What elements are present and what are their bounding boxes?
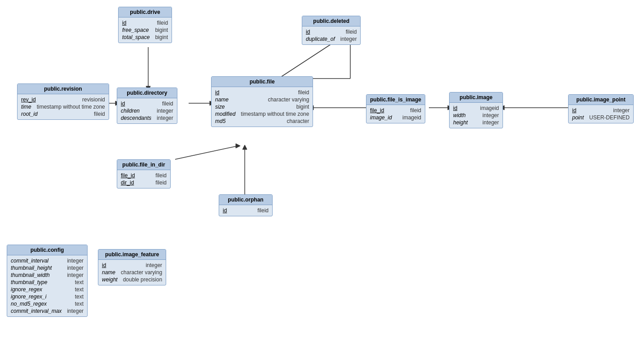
column-name: dir_id (121, 180, 134, 186)
table-body-public_image_feature: idintegernamecharacter varyingweightdoub… (98, 260, 166, 285)
column-type: fileid (162, 101, 173, 107)
column-name: rev_id (21, 96, 36, 103)
table-body-public_deleted: idfileidduplicate_ofinteger (302, 26, 360, 44)
table-row: childreninteger (121, 107, 173, 114)
column-type: character (287, 118, 309, 124)
column-name: name (215, 96, 229, 103)
connector-lines (0, 0, 644, 342)
column-name: size (215, 104, 225, 110)
table-row: thumbnail_widthinteger (11, 272, 84, 279)
table-row: descendantsinteger (121, 114, 173, 122)
table-row: image_idimageid (370, 114, 421, 121)
table-row: file_idfileid (121, 172, 167, 179)
column-type: fileid (346, 29, 357, 35)
table-body-public_revision: rev_idrevisionidtimetimestamp without ti… (18, 94, 109, 119)
table-header-public_image_feature: public.image_feature (98, 250, 166, 260)
table-body-public_image_point: idintegerpointUSER-DEFINED (569, 105, 633, 123)
table-body-public_directory: idfileidchildrenintegerdescendantsintege… (117, 98, 177, 123)
table-public_drive: public.driveidfileidfree_spacebiginttota… (118, 7, 172, 43)
table-public_file_is_image: public.file_is_imagefile_idfileidimage_i… (366, 94, 425, 123)
column-name: file_id (121, 172, 135, 179)
table-header-public_file: public.file (212, 77, 313, 87)
table-row: idinteger (102, 262, 162, 269)
column-type: text (75, 286, 84, 293)
svg-marker-5 (236, 144, 240, 148)
table-public_file_in_dir: public.file_in_dirfile_idfileiddir_idfil… (117, 159, 171, 189)
column-type: integer (157, 108, 173, 114)
column-type: double precision (123, 276, 162, 283)
column-name: id (453, 105, 457, 111)
table-public_revision: public.revisionrev_idrevisionidtimetimes… (17, 83, 109, 120)
column-type: integer (67, 308, 84, 314)
column-type: bigint (155, 27, 168, 33)
table-row: thumbnail_heightinteger (11, 264, 84, 272)
table-public_image: public.imageidimageidwidthintegerheighti… (449, 92, 503, 128)
column-name: image_id (370, 114, 392, 121)
table-header-public_image_point: public.image_point (569, 95, 633, 105)
table-row: commit_intervalinteger (11, 257, 84, 264)
column-type: character varying (121, 269, 162, 276)
table-body-public_image: idimageidwidthintegerheightinteger (450, 103, 503, 128)
column-type: fileid (155, 172, 167, 179)
table-row: ignore_regextext (11, 286, 84, 293)
column-type: imageid (480, 105, 499, 111)
column-name: total_space (122, 34, 150, 40)
column-type: integer (67, 265, 84, 271)
table-row: commit_interval_maxinteger (11, 307, 84, 315)
table-body-public_file_in_dir: file_idfileiddir_idfileid (117, 170, 170, 188)
column-type: integer (157, 115, 173, 121)
svg-line-4 (175, 146, 238, 159)
table-body-public_drive: idfileidfree_spacebiginttotal_spacebigin… (119, 18, 172, 43)
column-name: height (453, 119, 468, 126)
column-name: no_md5_regex (11, 301, 47, 307)
table-row: total_spacebigint (122, 34, 168, 41)
column-type: fileid (257, 207, 269, 214)
column-name: children (121, 108, 140, 114)
column-name: name (102, 269, 115, 276)
column-name: free_space (122, 27, 149, 33)
table-public_image_point: public.image_pointidintegerpointUSER-DEF… (568, 94, 634, 123)
table-row: rev_idrevisionid (21, 96, 105, 103)
table-header-public_directory: public.directory (117, 88, 177, 98)
table-public_deleted: public.deletedidfileidduplicate_ofintege… (302, 16, 361, 45)
table-row: free_spacebigint (122, 26, 168, 34)
column-type: fileid (157, 20, 168, 26)
column-name: id (306, 29, 310, 35)
column-name: id (572, 107, 576, 114)
table-header-public_orphan: public.orphan (219, 195, 272, 205)
column-name: modified (215, 111, 235, 117)
table-row: namecharacter varying (215, 96, 309, 103)
column-type: integer (67, 272, 84, 278)
column-name: md5 (215, 118, 225, 124)
table-row: modifiedtimestamp without time zone (215, 110, 309, 118)
column-name: descendants (121, 115, 151, 121)
column-name: id (102, 262, 106, 268)
table-public_directory: public.directoryidfileidchildrenintegerd… (117, 88, 177, 124)
table-row: heightinteger (453, 119, 499, 126)
column-type: integer (146, 262, 162, 268)
column-type: fileid (298, 89, 309, 96)
column-type: USER-DEFINED (589, 114, 630, 121)
column-type: integer (482, 119, 499, 126)
table-row: no_md5_regextext (11, 300, 84, 307)
column-name: commit_interval (11, 258, 49, 264)
column-name: thumbnail_width (11, 272, 50, 278)
column-type: integer (67, 258, 84, 264)
column-name: width (453, 112, 466, 118)
svg-marker-16 (243, 145, 247, 149)
column-name: ignore_regex_i (11, 294, 46, 300)
column-name: thumbnail_height (11, 265, 52, 271)
table-row: sizebigint (215, 103, 309, 110)
table-row: pointUSER-DEFINED (572, 114, 630, 121)
column-name: weight (102, 276, 118, 283)
column-name: point (572, 114, 584, 121)
column-type: fileid (94, 111, 105, 117)
column-name: id (215, 89, 219, 96)
column-type: integer (613, 107, 630, 114)
table-body-public_config: commit_intervalintegerthumbnail_heightin… (7, 255, 87, 316)
table-row: thumbnail_typetext (11, 279, 84, 286)
column-name: id (122, 20, 126, 26)
column-type: bigint (296, 104, 309, 110)
table-body-public_file: idfileidnamecharacter varyingsizebigintm… (212, 87, 313, 127)
table-row: idimageid (453, 105, 499, 112)
